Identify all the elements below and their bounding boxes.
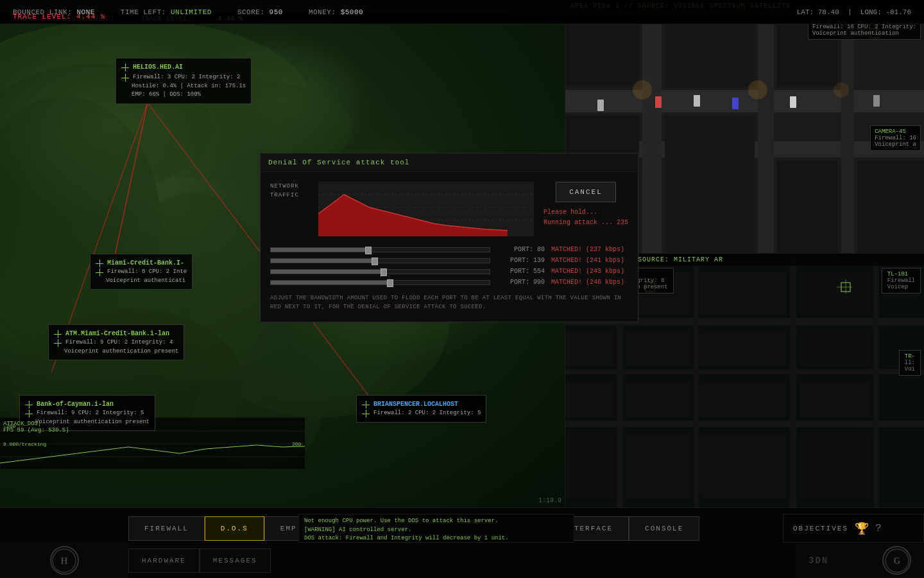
cancel-button[interactable]: Cancel [556,182,616,202]
cayman-line1: Firewall: 9 CPU: 2 Integrity: 5 [37,409,144,418]
brian-title: BRIANSPENCER.LOCALHOST [373,399,458,409]
port-139-label: PORT: 139 [497,257,545,264]
port-990-thumb[interactable] [387,279,393,287]
traffic-fill-poly [318,195,508,236]
camera-45-line1: Firewall: 16 [875,135,916,141]
miami-node[interactable]: Miami-Credit-Bank.I- Firewall: 8 CPU: 2 … [90,254,193,290]
camera-456-line1: Firewall: 16 CPU: 2 Integrity: [812,24,916,30]
rp-tl101-line2: Voicep [887,284,915,290]
dos-button[interactable]: D.O.S [205,516,264,541]
port-139-thumb[interactable] [372,258,378,265]
camera-45-line2: Voiceprint a [875,141,916,148]
money-item: MONEY: $5000 [309,8,363,16]
port-80-fill [271,248,369,252]
dos-traffic-section: NETWORKTRAFFIC Cancel Please hold... [270,182,628,236]
svg-text:H: H [61,556,68,566]
time-item: TIME LEFT: UNLIMITED [121,8,212,16]
dos-ports: PORT: 80 MATCHED! (237 kbps) PORT: 139 M… [270,246,628,286]
reticle-icon [54,330,62,338]
reticle-icon [54,339,62,347]
firewall-button[interactable]: FIREWALL [128,516,205,541]
trophy-icon: 🏆 [855,521,869,536]
coords: LAT: 78.40 | LONG: -81.76 [797,8,911,16]
help-icon[interactable]: ? [875,523,882,534]
port-554-status: MATCHED! (243 kbps) [551,268,628,275]
port-554-slider[interactable] [270,269,490,274]
port-554-thumb[interactable] [381,268,387,276]
logo-right: 3DN G [796,543,924,578]
port-row-554: PORT: 554 MATCHED! (243 kbps) [270,268,628,275]
port-990-label: PORT: 990 [497,279,545,286]
port-80-thumb[interactable] [365,247,372,254]
helios-line3: EMP: 66% | DOS: 100% [121,91,246,100]
port-row-139: PORT: 139 MATCHED! (241 kbps) [270,257,628,264]
console-button[interactable]: CONSOLE [629,516,699,541]
dos-dialog-header: Denial Of Service attack tool [261,153,638,172]
message-area: Not enough CPU power. Use the DOS to att… [298,514,574,543]
atm-line1: Firewall: 9 CPU: 2 Integrity: 4 [65,338,173,347]
port-80-slider[interactable] [270,247,490,252]
money-value: $5000 [341,8,364,16]
objectives-label[interactable]: OBJECTIVES [793,525,848,532]
dos-dialog-body: NETWORKTRAFFIC Cancel Please hold... [261,172,638,322]
dos-dialog-title: Denial Of Service attack tool [268,159,409,166]
dos-dialog: Denial Of Service attack tool NETWORKTRA… [260,153,638,322]
logo-circle-left: H [50,546,79,575]
rp-tl101-line1: Firewall [887,277,915,284]
traffic-svg [318,182,534,236]
score-label: SCORE: [237,8,265,16]
port-80-status: MATCHED! (237 kbps) [551,246,628,253]
rp-node-tl101[interactable]: TL-101 Firewall Voicep [882,268,921,293]
atm-node[interactable]: ATM.Miami-Credit-Bank.i-lan Firewall: 9 … [48,324,184,360]
secondary-nav: HARDWARE MESSAGES Not enough CPU power. … [128,543,796,578]
objectives-area: OBJECTIVES 🏆 ? [783,514,924,543]
helios-line1: Firewall: 3 CPU: 2 Integrity: 2 [133,73,240,82]
port-990-status: MATCHED! (246 kbps) [551,279,628,286]
atm-line2: Voiceprint authentication present [54,347,178,356]
helios-node[interactable]: HELIOS.HED.AI Firewall: 3 CPU: 2 Integri… [116,58,252,104]
port-139-fill [271,259,376,263]
trace-value: 4.44 % [76,13,106,21]
brian-line1: Firewall: 2 CPU: 2 Integrity: 5 [373,409,481,418]
hardware-button[interactable]: HARDWARE [128,548,200,573]
port-row-990: PORT: 990 MATCHED! (246 kbps) [270,279,628,286]
port-row-80: PORT: 80 MATCHED! (237 kbps) [270,246,628,253]
port-80-label: PORT: 80 [497,246,545,253]
score-item: SCORE: 950 [237,8,283,16]
cayman-line2: Voiceprint authentication present [25,418,150,427]
camera-45-node[interactable]: CAMERA-45 Firewall: 16 Voiceprint a [870,125,921,151]
svg-text:G: G [893,556,900,566]
helios-title: HELIOS.HED.AI [133,62,183,72]
logo-circle-right: G [882,546,911,575]
reticle-icon [25,410,33,417]
helios-line2: Hostile: 0.4% | Attack in: 175.1s [121,82,246,91]
logo-svg-right: G [884,548,910,574]
traced-warning: TRACE LEVEL: 4.44 % [13,13,105,21]
brian-node[interactable]: BRIANSPENCER.LOCALHOST Firewall: 2 CPU: … [356,395,486,423]
camera-45-title: CAMERA-45 [875,128,916,135]
timer-display: 1:19.9 [538,497,561,504]
cayman-title: Bank-of-Cayman.i-lan [37,399,114,409]
port-554-fill [271,270,384,274]
reticle-icon [362,401,370,408]
rp-tr-line2: Voi [905,366,915,372]
messages-button[interactable]: MESSAGES [200,548,271,573]
rp-node-tr[interactable]: TR- ll: Voi [899,350,921,376]
trace-label: TRACE LEVEL: [13,13,71,21]
message-line1: Not enough CPU power. Use the DOS to att… [304,517,569,526]
bottom-bar: FIREWALL D.O.S EMP VOICEPRINT RETINA KEY… [0,507,924,578]
port-990-slider[interactable] [270,280,490,285]
port-990-fill [271,281,391,285]
miami-title: Miami-Credit-Bank.I- [107,258,184,268]
traffic-left: NETWORKTRAFFIC [270,182,309,236]
cancel-status-col: Cancel Please hold... Running attack ...… [543,182,628,236]
long-value: LONG: -81.76 [860,8,911,16]
traffic-label: NETWORKTRAFFIC [270,182,309,200]
dos-hint: Adjust the bandwidth amount used to floo… [270,293,628,312]
time-label: TIME LEFT: [121,8,166,16]
brand-text: 3DN [809,556,828,566]
rp-tr-title: TR- [905,353,915,360]
camera-456-line2: Voiceprint authentication [812,30,916,37]
port-139-slider[interactable] [270,258,490,263]
reticle-icon [121,74,129,82]
